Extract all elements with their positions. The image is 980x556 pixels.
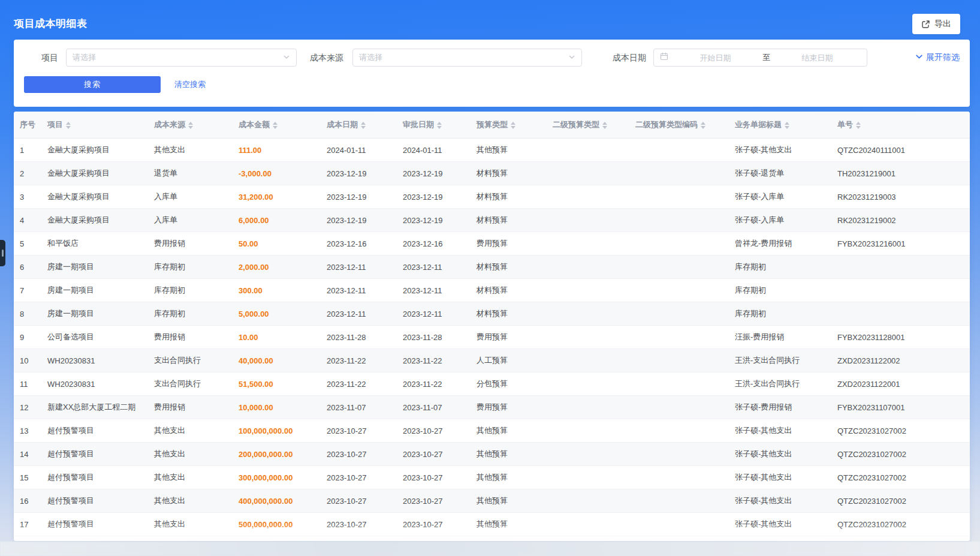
cell: 其他预算 bbox=[471, 443, 547, 466]
table-row: 15超付预警项目其他支出300,000,000.002023-10-272023… bbox=[14, 466, 970, 489]
column-label: 二级预算类型 bbox=[553, 120, 599, 129]
cell: 2023-10-27 bbox=[397, 419, 471, 443]
sort-icon[interactable] bbox=[188, 122, 193, 129]
column-header-6[interactable]: 预算类型 bbox=[471, 112, 547, 139]
cell: 9 bbox=[14, 326, 41, 349]
column-label: 成本来源 bbox=[154, 120, 185, 129]
cell: 库存期初 bbox=[729, 279, 831, 302]
table-card: 序号项目成本来源成本金额成本日期审批日期预算类型二级预算类型二级预算类型编码业务… bbox=[14, 112, 970, 541]
export-icon bbox=[921, 20, 930, 29]
cell: 房建一期项目 bbox=[41, 256, 148, 279]
clear-search-link[interactable]: 清空搜索 bbox=[174, 76, 206, 93]
cell: 2023-10-27 bbox=[321, 466, 397, 489]
project-label: 项目 bbox=[14, 49, 58, 67]
cell: 库存期初 bbox=[148, 302, 233, 326]
column-label: 预算类型 bbox=[477, 120, 508, 129]
sort-icon[interactable] bbox=[701, 122, 705, 129]
cell: 分包预算 bbox=[471, 372, 547, 396]
table-row: 17超付预警项目其他支出500,000,000.002023-10-272023… bbox=[14, 513, 970, 536]
cell: WH20230831 bbox=[41, 372, 148, 396]
column-header-7[interactable]: 二级预算类型 bbox=[547, 112, 629, 139]
date-range-input[interactable]: 至 bbox=[653, 49, 867, 67]
cell: 材料预算 bbox=[471, 256, 547, 279]
sort-icon[interactable] bbox=[511, 122, 515, 129]
cell: 其他预算 bbox=[471, 466, 547, 489]
sort-icon[interactable] bbox=[785, 122, 789, 129]
cell: 入库单 bbox=[148, 209, 233, 232]
cell: 材料预算 bbox=[471, 209, 547, 232]
column-header-4[interactable]: 成本日期 bbox=[321, 112, 397, 139]
cell bbox=[547, 185, 629, 209]
cell: 库存期初 bbox=[148, 256, 233, 279]
sort-icon[interactable] bbox=[437, 122, 442, 129]
table-row: 10WH20230831支出合同执行40,000.002023-11-22202… bbox=[14, 349, 970, 372]
sort-icon[interactable] bbox=[273, 122, 278, 129]
cell: 8 bbox=[14, 302, 41, 326]
sort-icon[interactable] bbox=[66, 122, 71, 129]
cell bbox=[629, 489, 729, 513]
cell: 2023-12-11 bbox=[397, 302, 471, 326]
cell: 10,000.00 bbox=[233, 396, 321, 419]
cell: 超付预警项目 bbox=[41, 466, 148, 489]
cell: 2023-12-19 bbox=[397, 209, 471, 232]
column-header-10[interactable]: 单号 bbox=[831, 112, 970, 139]
sort-icon[interactable] bbox=[856, 122, 861, 129]
cell bbox=[547, 372, 629, 396]
cell: 2023-11-22 bbox=[397, 349, 471, 372]
column-header-9[interactable]: 业务单据标题 bbox=[729, 112, 831, 139]
cell bbox=[629, 232, 729, 256]
expand-filter-link[interactable]: 展开筛选 bbox=[915, 49, 960, 67]
cell: 10.00 bbox=[233, 326, 321, 349]
cell: ZXD20231122001 bbox=[831, 372, 970, 396]
cell: 300,000,000.00 bbox=[233, 466, 321, 489]
cell: 2023-12-16 bbox=[321, 232, 397, 256]
cell: QTZC20240111001 bbox=[831, 139, 970, 162]
table-row: 6房建一期项目库存期初2,000.002023-12-112023-12-11材… bbox=[14, 256, 970, 279]
cell bbox=[547, 209, 629, 232]
column-header-1[interactable]: 项目 bbox=[41, 112, 148, 139]
column-header-5[interactable]: 审批日期 bbox=[397, 112, 471, 139]
background-texture bbox=[0, 542, 980, 556]
search-button[interactable]: 搜索 bbox=[24, 76, 161, 93]
start-date-input[interactable] bbox=[672, 53, 759, 63]
cell: 张子硕-其他支出 bbox=[729, 443, 831, 466]
cell: 300.00 bbox=[233, 279, 321, 302]
drawer-handle[interactable] bbox=[0, 240, 5, 266]
cell: 2 bbox=[14, 162, 41, 185]
cell bbox=[547, 232, 629, 256]
export-button-label: 导出 bbox=[934, 19, 951, 29]
date-separator: 至 bbox=[762, 52, 770, 63]
export-button[interactable]: 导出 bbox=[912, 14, 960, 34]
cell: 其他支出 bbox=[148, 489, 233, 513]
cell: 12 bbox=[14, 396, 41, 419]
column-header-8[interactable]: 二级预算类型编码 bbox=[629, 112, 729, 139]
cell: 2023-12-11 bbox=[397, 256, 471, 279]
cell: 50.00 bbox=[233, 232, 321, 256]
cell: 新建XX总部大厦工程二期 bbox=[41, 396, 148, 419]
sort-icon[interactable] bbox=[361, 122, 366, 129]
cell: 房建一期项目 bbox=[41, 302, 148, 326]
sort-icon[interactable] bbox=[602, 122, 607, 129]
cell bbox=[629, 256, 729, 279]
cell: 40,000.00 bbox=[233, 349, 321, 372]
end-date-input[interactable] bbox=[774, 53, 861, 63]
cost-source-select[interactable]: 请选择 bbox=[352, 49, 582, 67]
cell: 6,000.00 bbox=[233, 209, 321, 232]
cell: 2023-12-16 bbox=[397, 232, 471, 256]
cell: QTZC20231027002 bbox=[831, 489, 970, 513]
cell: 其他预算 bbox=[471, 489, 547, 513]
cell: 2024-01-11 bbox=[321, 139, 397, 162]
cell bbox=[547, 139, 629, 162]
column-header-3[interactable]: 成本金额 bbox=[233, 112, 321, 139]
cell: 费用报销 bbox=[148, 326, 233, 349]
column-header-2[interactable]: 成本来源 bbox=[148, 112, 233, 139]
table-row: 9公司备选项目费用报销10.002023-11-282023-11-28费用预算… bbox=[14, 326, 970, 349]
cell bbox=[629, 139, 729, 162]
cell: 人工预算 bbox=[471, 349, 547, 372]
cell: 入库单 bbox=[148, 185, 233, 209]
cell: 房建一期项目 bbox=[41, 279, 148, 302]
project-select[interactable]: 请选择 bbox=[66, 49, 297, 67]
cell: QTZC20231027002 bbox=[831, 419, 970, 443]
cell: 2023-10-27 bbox=[321, 443, 397, 466]
table-row: 8房建一期项目库存期初5,000.002023-12-112023-12-11材… bbox=[14, 302, 970, 326]
